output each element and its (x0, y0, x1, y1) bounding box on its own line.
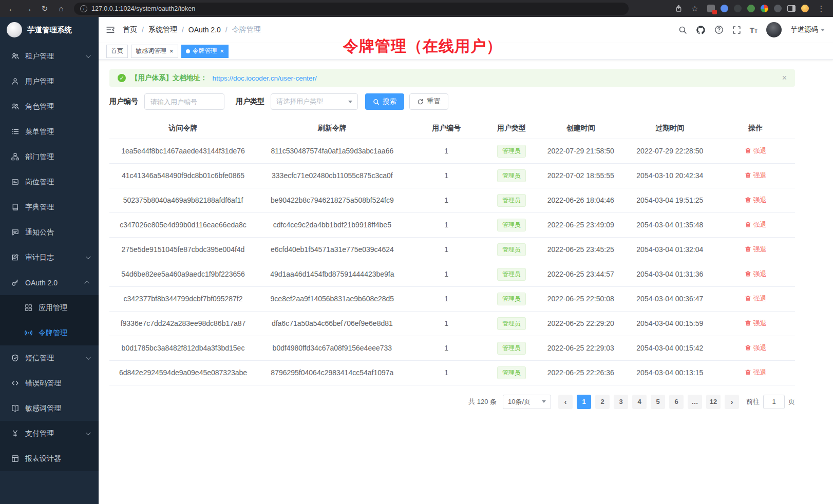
breadcrumb-item: 令牌管理 (232, 25, 261, 34)
breadcrumb-item[interactable]: 系统管理 (148, 25, 177, 34)
force-logout-button[interactable]: 强退 (745, 146, 767, 156)
sidebar-item-oauth2[interactable]: OAuth 2.0 (0, 270, 99, 295)
sidebar-item-dict[interactable]: 字典管理 (0, 195, 99, 220)
breadcrumb-item[interactable]: OAuth 2.0 (188, 26, 221, 34)
force-logout-button[interactable]: 强退 (745, 245, 767, 254)
fullscreen-icon[interactable] (732, 26, 741, 34)
sidebar-item-role[interactable]: 角色管理 (0, 94, 99, 119)
tab-label: 首页 (111, 47, 123, 55)
alert-close-icon[interactable]: × (782, 73, 787, 83)
github-icon[interactable] (696, 25, 706, 35)
column-header: 操作 (716, 118, 795, 139)
extension-blue-icon[interactable] (721, 5, 728, 12)
sidebar-item-oauth2-app[interactable]: 应用管理 (0, 295, 99, 320)
bookmark-star-icon[interactable]: ☆ (688, 3, 702, 15)
page-button-6[interactable]: 6 (669, 395, 684, 409)
collapse-sidebar-icon[interactable] (106, 25, 115, 34)
browser-chrome: ← → ↻ ⌂ i 127.0.0.1:1024/system/oauth2/t… (0, 0, 833, 17)
code-icon (11, 379, 19, 387)
user-id-cell: 1 (408, 311, 485, 336)
sidebar-item-menu[interactable]: 菜单管理 (0, 119, 99, 144)
force-logout-button[interactable]: 强退 (745, 269, 767, 279)
username-dropdown[interactable]: 芋道源码 (790, 25, 825, 34)
font-size-icon[interactable]: TT (750, 26, 758, 34)
sidebar-item-post[interactable]: 岗位管理 (0, 169, 99, 195)
sidebar-item-user[interactable]: 用户管理 (0, 69, 99, 94)
sidebar-item-pay[interactable]: 支付管理 (0, 421, 99, 446)
force-logout-button[interactable]: 强退 (745, 196, 767, 205)
extension-grid-icon[interactable] (707, 5, 715, 12)
page-button-4[interactable]: 4 (632, 395, 647, 409)
sidebar-item-tenant[interactable]: 租户管理 (0, 44, 99, 69)
home-button[interactable]: ⌂ (54, 3, 68, 15)
extension-green-icon[interactable] (747, 5, 755, 12)
force-logout-button[interactable]: 强退 (745, 294, 767, 303)
user-type-badge: 管理员 (497, 243, 526, 256)
search-icon[interactable] (678, 26, 687, 34)
breadcrumb-item[interactable]: 首页 (123, 25, 137, 34)
user-id-cell: 1 (408, 188, 485, 212)
next-page-button[interactable]: › (725, 395, 739, 409)
access-token-cell: f9336e7c7dd242a283ee98dc86b17a87 (109, 311, 257, 336)
page-button-3[interactable]: 3 (614, 395, 628, 409)
back-button[interactable]: ← (5, 3, 18, 15)
goto-page: 前往 页 (746, 395, 795, 409)
page-ellipsis-button[interactable]: … (688, 395, 702, 409)
reset-button[interactable]: 重置 (409, 93, 448, 110)
user-avatar[interactable] (766, 22, 782, 37)
per-page-select[interactable]: 10条/页 (503, 395, 551, 409)
reload-button[interactable]: ↻ (38, 3, 51, 15)
tab-label: 令牌管理 (193, 47, 217, 55)
extension-dark-icon[interactable] (734, 5, 742, 12)
help-icon[interactable] (714, 25, 724, 34)
close-tab-icon[interactable]: × (169, 48, 174, 54)
user-type-select[interactable]: 请选择用户类型 (271, 93, 358, 110)
oauth-icon (11, 279, 19, 287)
sidebar-item-label: 支付管理 (25, 429, 54, 438)
page-button-5[interactable]: 5 (651, 395, 665, 409)
sidebar-item-error-code[interactable]: 错误码管理 (0, 371, 99, 396)
tab-token[interactable]: 令牌管理× (181, 45, 229, 58)
close-tab-icon[interactable]: × (220, 48, 224, 54)
sidebar-item-notice[interactable]: 通知公告 (0, 220, 99, 245)
table-row: 6d842e2924594de9a09e45e087323abe8796295f… (109, 360, 795, 385)
people-icon (11, 103, 19, 111)
page-button-2[interactable]: 2 (595, 395, 610, 409)
side-panel-icon[interactable] (787, 5, 796, 12)
forward-button[interactable]: → (22, 3, 35, 15)
search-button[interactable]: 搜索 (365, 93, 404, 110)
page-button-1[interactable]: 1 (577, 395, 591, 409)
sidebar-item-sms[interactable]: 短信管理 (0, 345, 99, 371)
force-logout-button[interactable]: 强退 (745, 171, 767, 180)
sidebar-item-report-designer[interactable]: 报表设计器 (0, 446, 99, 471)
extension-gray-icon[interactable] (774, 5, 782, 12)
user-id-input[interactable] (144, 93, 224, 110)
share-icon[interactable] (675, 5, 683, 12)
force-logout-button[interactable]: 强退 (745, 319, 767, 328)
sidebar-item-sensitive-word[interactable]: 敏感词管理 (0, 396, 99, 421)
goto-page-input[interactable] (763, 395, 785, 409)
shield-icon (11, 354, 19, 362)
force-logout-button[interactable]: 强退 (745, 220, 767, 229)
expire-time-cell: 2054-03-04 00:13:15 (623, 360, 716, 385)
tab-sensitive-word[interactable]: 敏感词管理× (131, 45, 178, 58)
sidebar-item-audit-log[interactable]: 审计日志 (0, 245, 99, 270)
tab-home[interactable]: 首页 (106, 45, 128, 58)
create-time-cell: 2022-07-02 18:55:55 (538, 163, 623, 188)
page-button-12[interactable]: 12 (706, 395, 721, 409)
trash-icon (745, 246, 751, 253)
force-logout-button[interactable]: 强退 (745, 368, 767, 377)
profile-avatar-icon[interactable] (801, 5, 809, 12)
alert-doc-link[interactable]: https://doc.iocoder.cn/user-center/ (213, 74, 317, 82)
extensions-puzzle-icon[interactable] (761, 5, 768, 12)
site-info-icon[interactable]: i (80, 5, 87, 12)
sidebar-item-dept[interactable]: 部门管理 (0, 144, 99, 169)
force-logout-button[interactable]: 强退 (745, 343, 767, 353)
access-token-cell: b0d1785bc3a8482f812db4a3f3bd15ec (109, 336, 257, 360)
prev-page-button[interactable]: ‹ (558, 395, 573, 409)
sidebar-item-oauth2-token[interactable]: 令牌管理 (0, 320, 99, 345)
token-table-body: 1ea5e44f8bc1467aaede43144f31de76811c5304… (109, 139, 795, 385)
url-bar[interactable]: i 127.0.0.1:1024/system/oauth2/token (74, 3, 629, 15)
app-logo[interactable]: 芋道管理系统 (0, 17, 99, 43)
browser-menu-icon[interactable]: ⋮ (815, 3, 828, 15)
